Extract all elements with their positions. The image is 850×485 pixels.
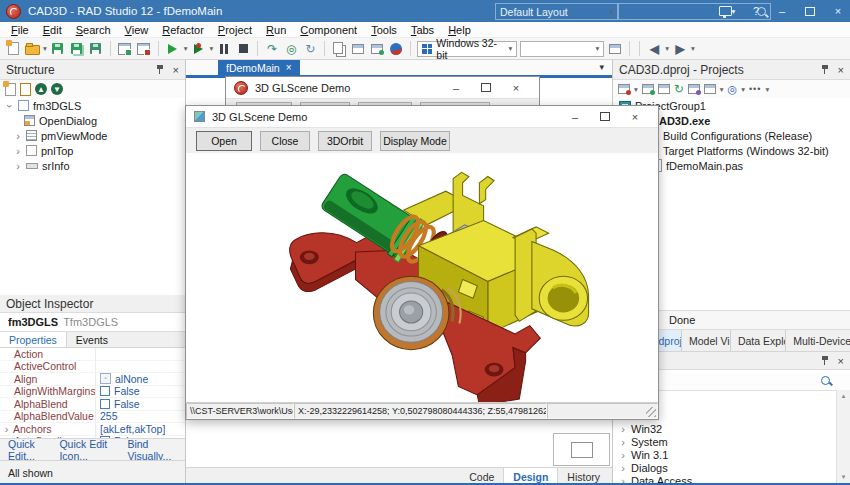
tab-events[interactable]: Events <box>67 332 117 347</box>
save-all-button[interactable] <box>69 41 85 57</box>
run-until-return-button[interactable]: ↻ <box>302 41 318 57</box>
menu-tools[interactable]: Tools <box>364 24 404 36</box>
tree-item-pnltop[interactable]: › pnlTop <box>0 143 185 158</box>
trace-into-button[interactable]: ◎ <box>283 41 299 57</box>
project-options-icon[interactable] <box>618 84 630 94</box>
new-window-button[interactable] <box>350 41 366 57</box>
tree-item-opendialog[interactable]: OpenDialog <box>0 113 185 128</box>
build-icon[interactable] <box>688 84 700 94</box>
minimize-button[interactable]: – <box>560 106 590 127</box>
save-button[interactable] <box>50 41 66 57</box>
tree-item-form[interactable]: › fm3DGLS <box>0 98 185 113</box>
copy-button[interactable] <box>331 41 347 57</box>
display-mode-button[interactable]: Display Mode <box>380 131 450 151</box>
target-icon[interactable]: ◎ <box>728 83 738 96</box>
open-button[interactable]: Open <box>196 131 252 151</box>
options-dropdown[interactable]: ▾ <box>634 85 638 94</box>
scroll-up-icon[interactable]: ▴ <box>837 392 850 400</box>
palette-scrollbar[interactable]: ▴ ▾ <box>836 390 850 485</box>
maximize-button[interactable] <box>590 106 620 127</box>
tab-list-chevron-icon[interactable]: ▾ <box>599 62 604 72</box>
add-unit-button[interactable] <box>117 41 133 57</box>
close-button[interactable]: × <box>824 0 850 22</box>
property-row[interactable]: Action <box>0 348 185 361</box>
scroll-down-icon[interactable]: ▾ <box>837 473 850 481</box>
new-file-button[interactable] <box>5 41 21 57</box>
property-row[interactable]: AlphaBlend False <box>0 398 185 411</box>
checkbox-icon[interactable] <box>100 386 110 396</box>
editor-tab-fdemomain[interactable]: fDemoMain × <box>218 60 300 75</box>
add-new-icon[interactable] <box>642 84 654 94</box>
help-button[interactable]: ? <box>744 0 768 22</box>
property-row[interactable]: AlphaBlendValue 255 <box>0 411 185 424</box>
tree-item-srinfo[interactable]: › srInfo <box>0 158 185 173</box>
web-button[interactable] <box>388 41 404 57</box>
maximize-button[interactable] <box>796 0 824 22</box>
demo-window-titlebar[interactable]: 3D GLScene Demo – × <box>186 106 658 128</box>
menu-component[interactable]: Component <box>293 24 364 36</box>
navigate-forward-button[interactable]: ▶ <box>672 41 688 57</box>
delete-item-icon[interactable] <box>20 83 31 96</box>
tab-code[interactable]: Code <box>460 468 503 485</box>
close-button[interactable]: Close <box>260 131 310 151</box>
palette-category-dataaccess[interactable]: › Data Access <box>613 475 850 485</box>
minimize-button[interactable]: – <box>768 0 796 22</box>
property-row[interactable]: ActiveControl <box>0 361 185 374</box>
minimize-button[interactable]: – <box>441 77 471 98</box>
menu-run[interactable]: Run <box>259 24 293 36</box>
desktop-layout-combo[interactable]: Default Layout ▾ <box>495 3 619 20</box>
device-manager-button[interactable] <box>607 41 623 57</box>
navigate-back-dropdown[interactable]: ▾ <box>665 44 669 53</box>
tab-design[interactable]: Design <box>503 468 558 485</box>
bind-visually-link[interactable]: Bind Visually... <box>127 438 177 462</box>
refresh-icon[interactable]: ↻ <box>674 82 684 96</box>
find-dropdown[interactable]: ▾ <box>720 85 724 94</box>
back-window-titlebar[interactable]: 3D GLScene Demo – × <box>226 77 539 99</box>
glscene-demo-window[interactable]: 3D GLScene Demo – × Open Close 3DOrbit D… <box>185 105 659 420</box>
target-platform-combo[interactable]: Windows 32-bit ▾ <box>417 41 517 57</box>
close-button[interactable]: × <box>620 106 650 127</box>
list-icon[interactable] <box>658 84 670 94</box>
tab-history[interactable]: History <box>558 468 609 485</box>
new-item-icon[interactable] <box>5 83 16 96</box>
run-dropdown[interactable]: ▾ <box>184 44 188 53</box>
property-row[interactable]: AlignWithMargins False <box>0 386 185 399</box>
save-as-button[interactable] <box>88 41 104 57</box>
palette-category-win32[interactable]: › Win32 <box>613 422 850 435</box>
find-in-project-icon[interactable] <box>704 84 716 94</box>
more-icon[interactable]: ••• <box>749 84 761 94</box>
move-up-icon[interactable]: ▲ <box>35 83 47 95</box>
maximize-button[interactable] <box>471 77 501 98</box>
menu-view[interactable]: View <box>118 24 156 36</box>
close-tab-icon[interactable]: × <box>286 62 292 73</box>
palette-category-system[interactable]: › System <box>613 435 850 448</box>
pin-icon[interactable] <box>156 64 164 75</box>
menu-help[interactable]: Help <box>441 24 478 36</box>
user-session-button[interactable]: ▾ <box>714 0 740 22</box>
quick-edit-icon-link[interactable]: Quick Edit Icon... <box>59 438 117 462</box>
menu-edit[interactable]: Edit <box>36 24 69 36</box>
move-down-icon[interactable]: ▼ <box>51 83 63 95</box>
pin-icon[interactable] <box>821 355 829 366</box>
menu-refactor[interactable]: Refactor <box>155 24 211 36</box>
menu-search[interactable]: Search <box>69 24 118 36</box>
add-window-button[interactable] <box>369 41 385 57</box>
menu-project[interactable]: Project <box>211 24 259 36</box>
menu-tabs[interactable]: Tabs <box>404 24 441 36</box>
close-icon[interactable]: × <box>838 64 844 76</box>
checkbox-icon[interactable] <box>100 399 110 409</box>
palette-category-win31[interactable]: › Win 3.1 <box>613 448 850 461</box>
resize-grip[interactable] <box>646 407 656 417</box>
navigate-back-button[interactable]: ◀ <box>646 41 662 57</box>
step-over-button[interactable]: ↷ <box>264 41 280 57</box>
run-debug-button[interactable] <box>191 41 207 57</box>
menu-file[interactable]: File <box>4 24 36 36</box>
stop-button[interactable] <box>235 41 251 57</box>
quick-edit-link[interactable]: Quick Edit... <box>8 438 49 462</box>
navigate-forward-dropdown[interactable]: ▾ <box>691 44 695 53</box>
target-dropdown[interactable]: ▾ <box>741 85 745 94</box>
pin-icon[interactable] <box>821 64 829 75</box>
palette-category-dialogs[interactable]: › Dialogs <box>613 462 850 475</box>
orbit-button[interactable]: 3DOrbit <box>318 131 372 151</box>
property-row[interactable]: ›Anchors [akLeft,akTop] <box>0 423 185 436</box>
